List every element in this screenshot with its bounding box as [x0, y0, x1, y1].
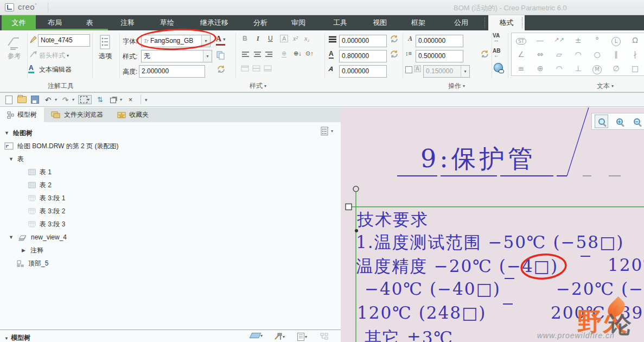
grid-tree-icon[interactable]	[320, 333, 329, 340]
symbol-arc-segment-button[interactable]: ◠	[569, 47, 588, 61]
new-file-icon[interactable]	[4, 95, 14, 104]
tree-item-view[interactable]: ▼ new_view_4	[0, 231, 341, 244]
sync-tree-icon[interactable]: ⇅	[95, 95, 105, 104]
tree-item-table3-seg1[interactable]: 表 3:段 1	[0, 192, 341, 205]
symbol-taper-button[interactable]: ∤	[626, 47, 644, 61]
tab-analysis[interactable]: 分析	[245, 15, 276, 30]
baseline-anchor-button[interactable]: ⊕	[282, 50, 286, 58]
symbol-double-arrow-button[interactable]: ↗↗	[550, 33, 569, 47]
symbol-dash-button[interactable]: —	[531, 33, 550, 47]
tab-file[interactable]: 文件	[2, 15, 36, 30]
close-window-icon[interactable]: ×	[126, 95, 135, 104]
symbol-degree-button[interactable]: °	[588, 33, 607, 47]
tech-note-line1[interactable]: 技术要求	[357, 208, 429, 231]
arrow-style-button[interactable]: 箭头样式	[39, 51, 69, 60]
tree-item-tables[interactable]: ▼ 表	[0, 153, 341, 166]
save-icon[interactable]	[30, 95, 40, 104]
tree-header-row[interactable]: ▼ 绘图树	[0, 126, 341, 140]
symbol-omega-button[interactable]: Ω	[626, 33, 644, 47]
boxed-text-button[interactable]: A	[280, 35, 288, 42]
undo-icon[interactable]: ↶	[43, 95, 53, 104]
slant-field[interactable]: 0.000000	[339, 65, 387, 78]
note-name-field[interactable]: Note_4745	[38, 34, 90, 47]
refresh-icon[interactable]	[481, 50, 489, 60]
width-factor-field[interactable]: 0.800000	[339, 50, 387, 62]
symbol-square-button[interactable]: □	[626, 61, 644, 75]
hatch-checkbox[interactable]	[405, 66, 412, 73]
open-folder-icon[interactable]	[17, 95, 27, 104]
tree-item-drawing[interactable]: 绘图 BOM.DRW 的第 2 页 (装配图)	[0, 140, 341, 153]
symbol-plus-minus-button[interactable]: ±	[569, 33, 588, 47]
selection-filter-button[interactable]: ▾	[78, 95, 92, 104]
align-left-icon[interactable]	[242, 51, 250, 59]
caret-down-icon[interactable]: ▼	[9, 156, 14, 162]
text-direction-icon[interactable]: AB←	[493, 49, 500, 58]
refresh-icon[interactable]	[390, 50, 398, 60]
text-editor-button[interactable]: 文本编辑器	[39, 65, 72, 74]
hatch-spacing-field[interactable]: 0.150000 ▾	[423, 65, 470, 78]
symbol-circle-button[interactable]: ○	[588, 47, 607, 61]
symbol-arrows-button[interactable]: ⇔	[531, 47, 550, 61]
bold-button[interactable]: B	[243, 35, 247, 42]
symbol-circled-l-button[interactable]: L	[607, 33, 626, 47]
italic-button[interactable]: I	[257, 35, 259, 43]
anchor-down-button[interactable]: ⊕↓	[294, 50, 302, 57]
tab-framework[interactable]: 框架	[403, 15, 434, 30]
options-button[interactable]: 选项	[94, 35, 116, 61]
eraser-tool-icon[interactable]: ▾	[251, 333, 263, 338]
symbol-circled-m-button[interactable]: M	[588, 61, 607, 75]
undo-dropdown-icon[interactable]: ▾	[55, 97, 57, 102]
symbol-parallelogram-button[interactable]: ▱	[550, 47, 569, 61]
box-bottom-icon[interactable]	[264, 65, 272, 73]
tech-note-line4-right[interactable]: −20℃ (−4□)	[556, 279, 644, 299]
footer-model-tree-label[interactable]: ▼ 模型树	[4, 333, 30, 342]
symbol-parallel-button[interactable]: ∥	[607, 47, 626, 61]
chevron-down-icon[interactable]: ▾	[461, 66, 469, 77]
tree-item-table3-seg3[interactable]: 表 3:段 3	[0, 218, 341, 231]
underline-button[interactable]: U	[268, 35, 273, 42]
tree-item-table3-seg2[interactable]: 表 3:段 2	[0, 205, 341, 218]
tech-note-line4-left[interactable]: −40℃ (−40□)	[365, 279, 501, 299]
tools-hammer-icon[interactable]: ▾	[274, 333, 285, 340]
tech-note-line2[interactable]: 1.温度测试范围 −50℃ (−58□)	[356, 231, 624, 254]
tech-note-line6[interactable]: 其它 ±3℃	[365, 327, 454, 342]
chevron-down-icon[interactable]: ▾	[201, 35, 210, 47]
kerning-icon[interactable]: VA↔	[493, 34, 500, 42]
symbol-st-button[interactable]: ST	[512, 33, 531, 47]
angle-field[interactable]: 0.000000	[339, 35, 387, 47]
font-select[interactable]: TrFangSong_GB ▾	[141, 35, 211, 47]
symbol-diameter-button[interactable]: ∅	[607, 61, 626, 75]
symbol-perpendicular-button[interactable]: ⊥	[569, 61, 588, 75]
style-group-label[interactable]: 样式	[250, 81, 266, 91]
tab-model-tree[interactable]: 模型树	[0, 107, 44, 122]
align-right-icon[interactable]	[265, 51, 273, 59]
tab-common[interactable]: 公用	[445, 15, 477, 30]
subscript-button[interactable]: x₂	[304, 35, 310, 43]
text-group-label[interactable]: 文本	[597, 81, 614, 91]
list-settings-icon[interactable]: ▾	[297, 333, 307, 341]
toolbar-overflow-icon[interactable]: ▾	[145, 97, 148, 103]
operations-group-label[interactable]: 操作	[448, 81, 465, 91]
tech-note-line5-left[interactable]: 120℃ (248□)	[357, 303, 486, 322]
symbol-arc-button[interactable]: ◠	[550, 61, 569, 75]
tree-item-top5[interactable]: 顶部_5	[0, 257, 341, 270]
tree-item-annotations[interactable]: ▶ 注释	[0, 244, 341, 257]
superscript-button[interactable]: x²	[293, 35, 298, 43]
tab-folder-browser[interactable]: 文件夹浏览器	[44, 107, 110, 122]
tab-sketch[interactable]: 草绘	[151, 15, 183, 30]
text-color-button[interactable]: A	[216, 35, 225, 46]
windows-dropdown-icon[interactable]: ▾	[120, 97, 122, 102]
caret-right-icon[interactable]: ▶	[22, 248, 27, 253]
caret-down-icon[interactable]: ▼	[4, 130, 9, 136]
hyperlink-globe-icon[interactable]	[494, 63, 503, 72]
refresh-icon[interactable]	[390, 35, 398, 45]
tab-legacy-migration[interactable]: 继承迁移	[189, 15, 240, 30]
tech-note-line3-left[interactable]: 温度精度 −20℃ (−4□)	[356, 255, 558, 278]
redo-dropdown-icon[interactable]: ▾	[72, 97, 74, 102]
tree-item-table1[interactable]: 表 1	[0, 166, 341, 179]
tech-note-line3-right[interactable]: 120℃	[608, 255, 644, 275]
refresh-icon[interactable]	[217, 65, 225, 75]
balloon-note-heading[interactable]: 9:保护管	[420, 142, 536, 176]
zoom-box-icon[interactable]	[595, 115, 608, 128]
symbol-angle-button[interactable]: ∠	[512, 47, 531, 61]
